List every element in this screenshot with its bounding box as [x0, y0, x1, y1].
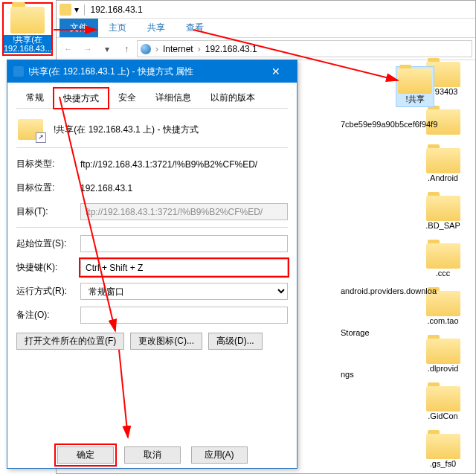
- nav-forward-icon[interactable]: →: [79, 40, 97, 58]
- tab-share[interactable]: 共享: [137, 19, 176, 37]
- btn-apply[interactable]: 应用(A): [191, 446, 248, 464]
- desktop-shortcut[interactable]: !共享(在 192.168.43…: [2, 2, 53, 56]
- val-target-location: 192.168.43.1: [80, 183, 288, 193]
- crumb-ip[interactable]: 192.168.43.1: [205, 44, 257, 54]
- select-run[interactable]: 常规窗口: [80, 283, 288, 300]
- file-label: !共享: [405, 94, 424, 105]
- input-shortcut-key[interactable]: [80, 259, 288, 276]
- file-label-peek: [341, 187, 476, 228]
- dialog-titlebar: !共享(在 192.168.43.1 上) - 快捷方式 属性 ✕: [7, 60, 297, 83]
- lbl-target: 目标(T):: [16, 205, 80, 218]
- desktop-shortcut-label1: !共享(在: [4, 35, 51, 44]
- file-label-peek: [341, 145, 476, 187]
- lbl-comment: 备注(O):: [16, 309, 80, 321]
- tab-view[interactable]: 查看: [176, 19, 214, 37]
- input-target[interactable]: [80, 203, 288, 220]
- btn-open-location[interactable]: 打开文件所在的位置(F): [16, 333, 124, 350]
- btn-change-icon[interactable]: 更改图标(C)...: [130, 333, 202, 350]
- lbl-run: 运行方式(R):: [16, 285, 80, 298]
- crumb-internet[interactable]: Internet: [163, 44, 193, 54]
- btn-ok[interactable]: 确定: [57, 446, 114, 464]
- properties-dialog: !共享(在 192.168.43.1 上) - 快捷方式 属性 ✕ 常规 快捷方…: [7, 60, 298, 469]
- dtab-previous[interactable]: 以前的版本: [201, 87, 265, 108]
- shortcut-folder-icon: [18, 119, 43, 140]
- tab-file[interactable]: 文件: [60, 19, 98, 37]
- lbl-start-in: 起始位置(S):: [16, 237, 80, 250]
- nav-up-icon[interactable]: ↑: [118, 40, 135, 58]
- folder-icon: [398, 68, 432, 94]
- qat-save-icon[interactable]: ▾: [74, 4, 79, 15]
- file-column-peek: 7cbe59e99a90b5cef6f94f9android.providers…: [341, 62, 476, 474]
- input-start-in[interactable]: [80, 235, 288, 252]
- dialog-tabs: 常规 快捷方式 安全 详细信息 以前的版本: [16, 87, 288, 109]
- file-label-peek: [341, 228, 476, 270]
- close-icon[interactable]: ✕: [261, 65, 291, 77]
- dtab-details[interactable]: 详细信息: [146, 87, 201, 108]
- input-comment[interactable]: [80, 307, 288, 324]
- tab-home[interactable]: 主页: [98, 19, 137, 37]
- nav-row: ← → ▾ ↑ › Internet › 192.168.43.1: [57, 38, 475, 60]
- dialog-title: !共享(在 192.168.43.1 上) - 快捷方式 属性: [28, 65, 261, 78]
- file-label-peek: ngs: [341, 353, 476, 395]
- titlebar: ▾ │ 192.168.43.1: [57, 1, 475, 19]
- desktop-shortcut-label2: 192.168.43…: [4, 44, 51, 53]
- globe-icon: [141, 44, 151, 54]
- file-label-peek: [341, 395, 476, 437]
- nav-recent-icon[interactable]: ▾: [98, 40, 116, 58]
- file-selected[interactable]: !共享: [396, 66, 434, 107]
- dtab-security[interactable]: 安全: [109, 87, 146, 108]
- file-label-peek: [341, 437, 476, 474]
- dtab-general[interactable]: 常规: [16, 87, 54, 108]
- file-label-peek: android.providers.downloa: [341, 270, 476, 312]
- nav-back-icon[interactable]: ←: [60, 40, 77, 58]
- dialog-icon: [13, 66, 24, 77]
- ribbon-tabs: 文件 主页 共享 查看: [57, 19, 475, 38]
- btn-cancel[interactable]: 取消: [124, 446, 181, 464]
- lbl-target-type: 目标类型:: [16, 158, 80, 170]
- lbl-target-location: 目标位置:: [16, 182, 80, 194]
- file-label-peek: Storage: [341, 312, 476, 353]
- val-target-type: ftp://192.168.43.1:3721/!%B9%B2%CF%ED/: [80, 159, 288, 170]
- app-icon: [60, 4, 71, 16]
- lbl-shortcut-key: 快捷键(K):: [16, 261, 80, 274]
- shortcut-heading: !共享(在 192.168.43.1 上) - 快捷方式: [54, 124, 199, 136]
- file-label-peek: 7cbe59e99a90b5cef6f94f9: [341, 103, 476, 145]
- address-bar[interactable]: › Internet › 192.168.43.1: [137, 40, 472, 57]
- window-title: 192.168.43.1: [91, 4, 143, 15]
- folder-icon: [10, 7, 45, 33]
- dtab-shortcut[interactable]: 快捷方式: [54, 88, 109, 109]
- btn-advanced[interactable]: 高级(D)...: [208, 333, 263, 350]
